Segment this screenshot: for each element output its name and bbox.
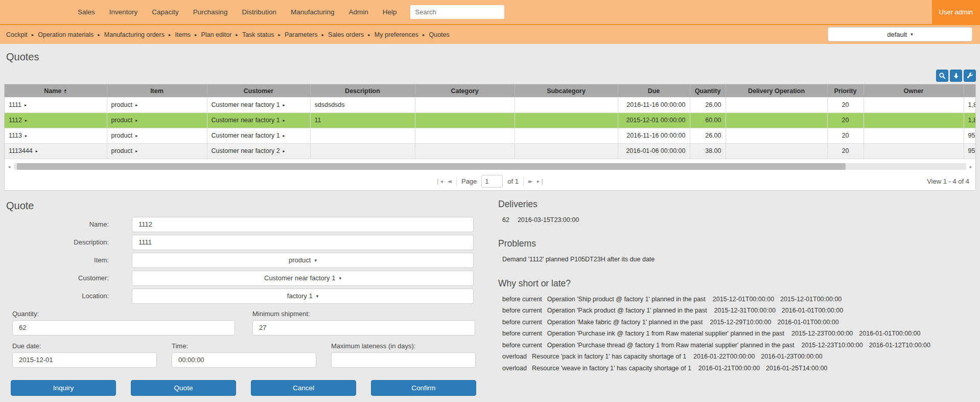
table-cell[interactable]: 20	[827, 97, 864, 113]
cell-context-caret-icon[interactable]: ▸	[36, 149, 38, 153]
nav-item-help[interactable]: Help	[383, 8, 397, 16]
view-selector-dropdown[interactable]: default ▾	[828, 27, 972, 41]
table-row[interactable]: 1111▸product▸Customer near factory 1▸sds…	[5, 97, 976, 113]
customer-dropdown[interactable]: Customer near factory 1 ▾	[132, 271, 474, 286]
column-header-item[interactable]: Item	[107, 84, 207, 97]
maximum-lateness-field[interactable]	[331, 352, 476, 368]
table-cell[interactable]: 1113444▸	[5, 143, 107, 159]
nav-item-distribution[interactable]: Distribution	[242, 8, 276, 16]
column-header-description[interactable]: Description	[310, 84, 415, 97]
due-date-field[interactable]	[12, 352, 157, 368]
table-cell[interactable]: 38.00	[690, 143, 726, 159]
column-header-quantity[interactable]: Quantity	[690, 84, 726, 97]
breadcrumb-item-plan-editor[interactable]: Plan editor	[201, 31, 232, 38]
nav-item-capacity[interactable]: Capacity	[152, 8, 179, 16]
column-header-owner[interactable]: Owner	[864, 84, 964, 97]
table-cell[interactable]: 2016-11-16 00:00:00	[618, 128, 690, 143]
table-cell[interactable]: 11	[310, 113, 415, 128]
column-header-name[interactable]: Name▲▼	[5, 84, 107, 97]
quote-button[interactable]: Quote	[131, 380, 236, 396]
table-cell[interactable]: 95	[964, 128, 976, 143]
pager-first-button[interactable]: ❘◂	[435, 178, 443, 185]
settings-wrench-button[interactable]	[964, 70, 976, 82]
table-cell[interactable]	[310, 128, 415, 143]
pager-page-input[interactable]	[481, 175, 503, 188]
table-cell[interactable]	[515, 97, 618, 113]
cell-context-caret-icon[interactable]: ▸	[283, 118, 285, 123]
nav-item-sales[interactable]: Sales	[78, 8, 95, 16]
pager-last-button[interactable]: ▸❘	[537, 178, 545, 185]
table-cell[interactable]: 95	[964, 143, 976, 159]
breadcrumb-item-operation-materials[interactable]: Operation materials	[38, 31, 94, 38]
table-cell[interactable]: product▸	[107, 128, 207, 143]
table-cell[interactable]: 1113▸	[5, 128, 107, 143]
nav-item-inventory[interactable]: Inventory	[109, 8, 138, 16]
cell-context-caret-icon[interactable]: ▸	[135, 133, 137, 138]
table-row[interactable]: 1113▸product▸Customer near factory 1▸201…	[5, 128, 976, 143]
search-filter-button[interactable]	[936, 70, 948, 82]
pager-prev-button[interactable]: ◂◂	[448, 178, 452, 185]
inquiry-button[interactable]: Inquiry	[11, 380, 116, 396]
cancel-button[interactable]: Cancel	[251, 380, 356, 396]
table-cell[interactable]: sdsdsdsds	[310, 97, 415, 113]
minimum-shipment-field[interactable]	[252, 320, 475, 336]
table-cell[interactable]	[515, 128, 618, 143]
breadcrumb-item-task-status[interactable]: Task status	[242, 31, 274, 38]
scrollbar-track[interactable]	[14, 163, 966, 170]
search-input[interactable]	[410, 5, 504, 19]
breadcrumb-item-manufacturing-orders[interactable]: Manufacturing orders	[104, 31, 165, 38]
cell-context-caret-icon[interactable]: ▸	[135, 103, 137, 107]
table-cell[interactable]: product▸	[107, 113, 207, 128]
cell-context-caret-icon[interactable]: ▸	[135, 118, 137, 123]
table-cell[interactable]	[515, 143, 618, 159]
user-menu-button[interactable]: User admin	[932, 0, 980, 25]
table-cell[interactable]: product▸	[107, 143, 207, 159]
table-cell[interactable]	[864, 97, 964, 113]
download-button[interactable]	[950, 70, 962, 82]
confirm-button[interactable]: Confirm	[371, 380, 476, 396]
table-cell[interactable]	[726, 97, 827, 113]
location-dropdown[interactable]: factory 1 ▾	[132, 288, 474, 304]
table-cell[interactable]: 26.00	[690, 97, 726, 113]
table-cell[interactable]: 1,8	[964, 113, 976, 128]
table-cell[interactable]	[726, 143, 827, 159]
column-header-priority[interactable]: Priority	[827, 84, 864, 97]
table-cell[interactable]	[726, 128, 827, 143]
breadcrumb-item-sales-orders[interactable]: Sales orders	[328, 31, 364, 38]
table-cell[interactable]: 1111▸	[5, 97, 107, 113]
table-cell[interactable]: Customer near factory 1▸	[207, 97, 310, 113]
quantity-field[interactable]	[12, 320, 235, 336]
cell-context-caret-icon[interactable]: ▸	[283, 149, 285, 153]
table-cell[interactable]	[726, 113, 827, 128]
time-field[interactable]	[172, 352, 316, 368]
table-cell[interactable]: 20	[827, 143, 864, 159]
table-cell[interactable]: 1112▸	[5, 113, 107, 128]
table-cell[interactable]: 26.00	[690, 128, 726, 143]
table-cell[interactable]	[310, 143, 415, 159]
scrollbar-thumb[interactable]	[17, 163, 846, 170]
table-cell[interactable]: 1,8	[964, 97, 976, 113]
cell-context-caret-icon[interactable]: ▸	[25, 103, 27, 107]
table-cell[interactable]: 2016-01-06 00:00:00	[618, 143, 690, 159]
column-header-customer[interactable]: Customer	[207, 84, 310, 97]
nav-item-purchasing[interactable]: Purchasing	[193, 8, 228, 16]
breadcrumb-item-my-preferences[interactable]: My preferences	[375, 31, 418, 38]
table-cell[interactable]: Customer near factory 1▸	[207, 113, 310, 128]
table-cell[interactable]	[415, 113, 515, 128]
breadcrumb-item-quotes[interactable]: Quotes	[429, 31, 449, 38]
cell-context-caret-icon[interactable]: ▸	[135, 149, 137, 153]
cell-context-caret-icon[interactable]: ▸	[25, 118, 27, 123]
table-cell[interactable]	[415, 97, 515, 113]
table-cell[interactable]: 60.00	[690, 113, 726, 128]
table-cell[interactable]: 2015-12-01 00:00:00	[618, 113, 690, 128]
pager-next-button[interactable]: ▸▸	[528, 178, 532, 185]
scroll-right-arrow-icon[interactable]: ▸	[968, 164, 974, 169]
table-cell[interactable]: 20	[827, 113, 864, 128]
item-dropdown[interactable]: product ▾	[132, 253, 474, 268]
nav-item-manufacturing[interactable]: Manufacturing	[291, 8, 335, 16]
table-cell[interactable]	[864, 143, 964, 159]
name-field[interactable]	[132, 217, 474, 232]
table-cell[interactable]	[415, 128, 515, 143]
table-cell[interactable]: Customer near factory 1▸	[207, 128, 310, 143]
table-cell[interactable]: 20	[827, 128, 864, 143]
